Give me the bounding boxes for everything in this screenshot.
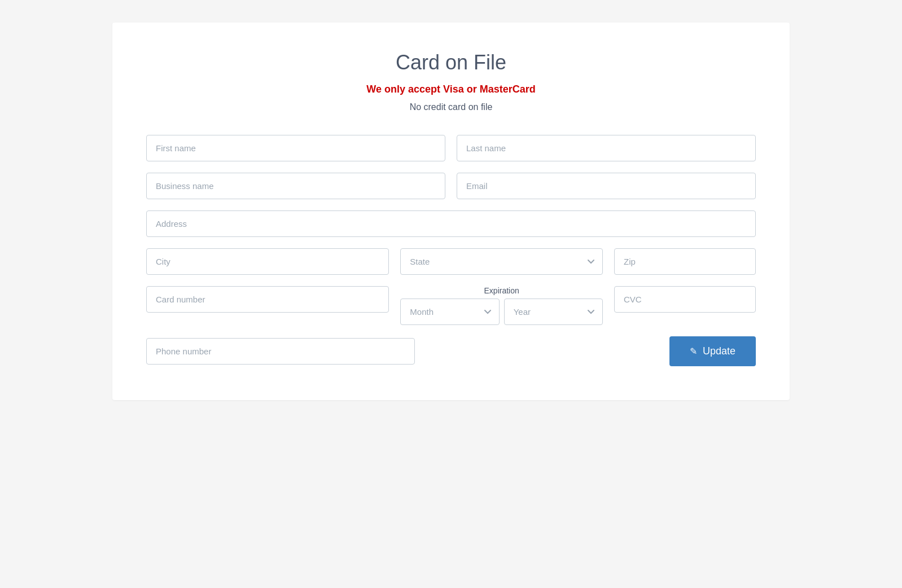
visa-mastercard-notice: We only accept Visa or MasterCard [146,84,756,95]
address-row [146,210,756,237]
city-field [146,248,389,275]
month-select[interactable]: Month 01 02 03 04 05 06 07 08 09 10 11 1… [400,299,499,325]
phone-field [146,338,415,365]
state-field: State Alabama Alaska Arizona California … [400,248,603,275]
edit-icon: ✎ [690,346,697,357]
card-expiration-cvc-row: Expiration Month 01 02 03 04 05 06 07 08… [146,286,756,325]
page-title: Card on File [146,51,756,74]
phone-update-row: ✎ Update [146,336,756,366]
name-row [146,135,756,161]
expiration-label: Expiration [400,286,603,295]
business-name-field [146,173,445,199]
email-input[interactable] [457,173,756,199]
email-field [457,173,756,199]
card-number-field [146,286,389,325]
last-name-input[interactable] [457,135,756,161]
update-button[interactable]: ✎ Update [669,336,756,366]
zip-field [614,248,756,275]
city-state-zip-row: State Alabama Alaska Arizona California … [146,248,756,275]
expiration-group: Expiration Month 01 02 03 04 05 06 07 08… [400,286,603,325]
first-name-input[interactable] [146,135,445,161]
first-name-field [146,135,445,161]
zip-input[interactable] [614,248,756,275]
expiration-selects: Month 01 02 03 04 05 06 07 08 09 10 11 1… [400,299,603,325]
card-number-input[interactable] [146,286,389,313]
cvc-input[interactable] [614,286,756,313]
city-input[interactable] [146,248,389,275]
cvc-field [614,286,756,325]
phone-input[interactable] [146,338,415,365]
year-select[interactable]: Year 2024 2025 2026 2027 2028 2029 2030 [504,299,603,325]
card-on-file-container: Card on File We only accept Visa or Mast… [112,23,790,400]
business-email-row [146,173,756,199]
state-select[interactable]: State Alabama Alaska Arizona California … [400,248,603,275]
update-button-label: Update [703,345,735,357]
no-card-subtitle: No credit card on file [146,102,756,112]
address-field [146,210,756,237]
business-name-input[interactable] [146,173,445,199]
last-name-field [457,135,756,161]
address-input[interactable] [146,210,756,237]
